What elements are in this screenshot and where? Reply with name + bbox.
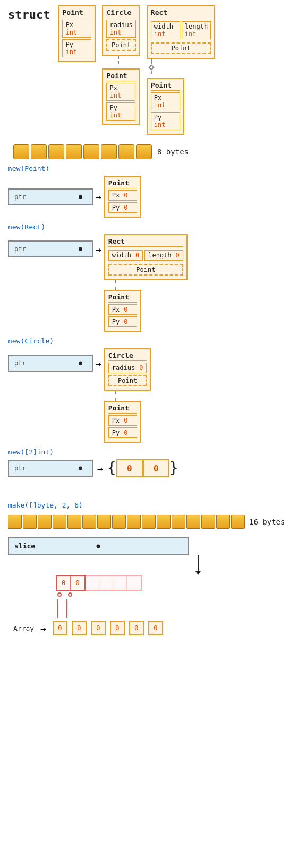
new-point-diagram: ptr → Point Px 0 Py 0 bbox=[8, 176, 298, 218]
bytes-row: 8 bytes bbox=[13, 144, 298, 159]
make-byte-cells bbox=[8, 515, 245, 529]
new-point-result: Point Px 0 Py 0 bbox=[104, 176, 141, 218]
sce3 bbox=[113, 576, 127, 590]
array-arrow: → bbox=[40, 623, 46, 634]
new-circle-section-label: new(Circle) bbox=[8, 337, 298, 345]
left-brace: { bbox=[107, 461, 116, 476]
make-section-label: make([]byte, 2, 6) bbox=[8, 501, 298, 509]
new-2int-diagram: ptr → { 0 0 } bbox=[8, 459, 298, 477]
array-val-1: 0 bbox=[116, 459, 143, 477]
new-2int-section-label: new([2]int) bbox=[8, 448, 298, 456]
new-rect-width: width 0 bbox=[108, 250, 143, 261]
slice-arrow-down bbox=[98, 555, 298, 575]
new-point-section-label: new(Point) bbox=[8, 165, 298, 173]
ac5: 0 bbox=[129, 621, 144, 635]
mb12 bbox=[172, 515, 185, 529]
ac3: 0 bbox=[91, 621, 106, 635]
struct-label: struct bbox=[8, 8, 50, 21]
new-rect-diagram: ptr → Rect width 0 length 0 bbox=[8, 234, 298, 332]
slice-box: slice bbox=[8, 537, 189, 555]
sce1 bbox=[86, 576, 99, 590]
circle-point-sub: Point Px int Py int bbox=[102, 68, 140, 125]
mb3 bbox=[38, 515, 52, 529]
mb5 bbox=[67, 515, 81, 529]
slice-cell-1: 0 bbox=[57, 576, 71, 590]
mb4 bbox=[53, 515, 66, 529]
new-circle-point-dashed: Point bbox=[108, 375, 147, 386]
new-rect-py: Py 0 bbox=[108, 316, 137, 327]
array-label: Array bbox=[13, 624, 34, 632]
red-connectors bbox=[57, 599, 298, 618]
byte-cells bbox=[13, 144, 152, 159]
make-bytes-area: 16 bytes bbox=[8, 512, 298, 531]
mb7 bbox=[97, 515, 111, 529]
mb8 bbox=[112, 515, 126, 529]
ac1: 0 bbox=[53, 621, 67, 635]
new-circle-py: Py 0 bbox=[108, 427, 137, 438]
slice-cell-2: 0 bbox=[71, 576, 84, 590]
new-rect-ptr-box: ptr bbox=[8, 240, 93, 257]
mb13 bbox=[186, 515, 200, 529]
circle-radius-field: radius int bbox=[106, 20, 135, 38]
ci2 bbox=[68, 592, 72, 597]
byte-cell-8 bbox=[136, 144, 152, 159]
ptr-dot-circle bbox=[79, 362, 82, 365]
mb9 bbox=[127, 515, 141, 529]
slice-subarray: 0 0 bbox=[56, 575, 298, 597]
new-point-ptr-box: ptr bbox=[8, 188, 93, 205]
sce2 bbox=[99, 576, 113, 590]
new-circle-diagram: ptr → Circle radius 0 Point Point bbox=[8, 348, 298, 443]
red-line-2 bbox=[66, 599, 67, 618]
struct-point: Point Px int Py int bbox=[58, 5, 96, 62]
byte-cell-1 bbox=[13, 144, 29, 159]
slice-label: slice bbox=[14, 542, 35, 550]
slice-empty-cells bbox=[86, 575, 142, 591]
slice-filled-cells: 0 0 bbox=[56, 575, 86, 591]
new-rect-section-label: new(Rect) bbox=[8, 223, 298, 231]
byte-cell-6 bbox=[101, 144, 117, 159]
mb10 bbox=[142, 515, 156, 529]
new-circle-px: Px 0 bbox=[108, 415, 137, 426]
byte-cell-2 bbox=[31, 144, 47, 159]
new-rect-point-sub: Point Px 0 Py 0 bbox=[104, 290, 141, 332]
new-circle-point-sub: Point Px 0 Py 0 bbox=[104, 401, 141, 443]
arrow-right-4: → bbox=[97, 463, 103, 474]
right-brace: } bbox=[169, 461, 178, 476]
mb14 bbox=[201, 515, 215, 529]
byte-cell-5 bbox=[83, 144, 99, 159]
sce4 bbox=[127, 576, 141, 590]
point-title: Point bbox=[62, 8, 91, 18]
dashed-connector-circle bbox=[115, 391, 116, 401]
circle-title: Circle bbox=[106, 8, 135, 18]
rect-point-sub: Point Px int Py int bbox=[147, 78, 184, 135]
array-row: Array → 0 0 0 0 0 0 bbox=[13, 621, 298, 635]
red-line-1 bbox=[57, 599, 58, 618]
struct-rect: Rect width int length int Point bbox=[147, 5, 215, 135]
arrow-right-1: → bbox=[96, 191, 101, 202]
rect-width-field: width int bbox=[151, 21, 180, 39]
new-rect-px: Px 0 bbox=[108, 304, 137, 315]
arrow-right-2: → bbox=[96, 244, 101, 255]
new-rect-length: length 0 bbox=[144, 250, 183, 261]
point-px-field: Px int bbox=[62, 20, 91, 38]
new-rect-point-dashed: Point bbox=[108, 264, 183, 276]
ptr-dot bbox=[79, 195, 82, 199]
circle-point-embedded: Point bbox=[106, 39, 135, 51]
array-val-2: 0 bbox=[143, 459, 169, 477]
bytes-label: 8 bytes bbox=[157, 148, 189, 156]
new-point-py: Py 0 bbox=[108, 202, 137, 213]
new-point-px: Px 0 bbox=[108, 190, 137, 201]
ptr-dot-2int bbox=[79, 467, 82, 470]
arrow-head bbox=[196, 571, 201, 575]
new-rect-result: Rect width 0 length 0 Point bbox=[104, 234, 188, 280]
arrow-right-3: → bbox=[96, 358, 101, 369]
mb16 bbox=[231, 515, 245, 529]
mb15 bbox=[216, 515, 230, 529]
ac4: 0 bbox=[110, 621, 125, 635]
new-circle-radius: radius 0 bbox=[108, 363, 147, 373]
mb6 bbox=[82, 515, 96, 529]
slice-dot bbox=[97, 544, 100, 548]
new-circle-ptr-box: ptr bbox=[8, 355, 93, 372]
byte-cell-4 bbox=[66, 144, 82, 159]
ac2: 0 bbox=[72, 621, 87, 635]
